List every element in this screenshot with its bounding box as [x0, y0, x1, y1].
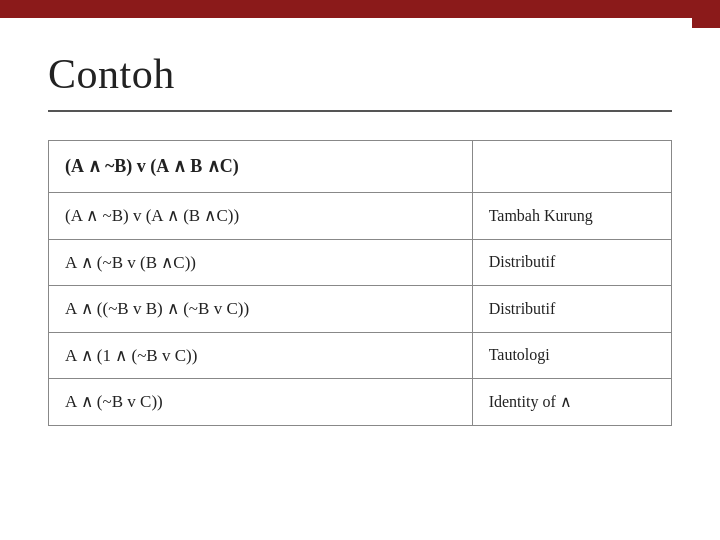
rule-cell: Distributif	[472, 286, 671, 333]
rule-cell: Tambah Kurung	[472, 193, 671, 240]
page-title: Contoh	[48, 50, 672, 98]
expression-cell: A ∧ (~B v (B ∧C))	[49, 239, 473, 286]
title-divider	[48, 110, 672, 112]
top-bar	[0, 0, 720, 18]
table-row: (A ∧ ~B) v (A ∧ (B ∧C))Tambah Kurung	[49, 193, 672, 240]
table-row: A ∧ (1 ∧ (~B v C))Tautologi	[49, 332, 672, 379]
rule-cell: Tautologi	[472, 332, 671, 379]
table-row: (A ∧ ~B) v (A ∧ B ∧C)	[49, 141, 672, 193]
expression-cell: A ∧ (1 ∧ (~B v C))	[49, 332, 473, 379]
expression-cell: (A ∧ ~B) v (A ∧ (B ∧C))	[49, 193, 473, 240]
rule-cell: Identity of ∧	[472, 379, 671, 426]
rule-cell: Distributif	[472, 239, 671, 286]
table-row: A ∧ ((~B v B) ∧ (~B v C))Distributif	[49, 286, 672, 333]
expression-cell: (A ∧ ~B) v (A ∧ B ∧C)	[49, 141, 473, 193]
table-row: A ∧ (~B v (B ∧C))Distributif	[49, 239, 672, 286]
expression-cell: A ∧ (~B v C))	[49, 379, 473, 426]
logic-table: (A ∧ ~B) v (A ∧ B ∧C)(A ∧ ~B) v (A ∧ (B …	[48, 140, 672, 426]
main-content: Contoh (A ∧ ~B) v (A ∧ B ∧C)(A ∧ ~B) v (…	[0, 18, 720, 540]
rule-cell	[472, 141, 671, 193]
expression-cell: A ∧ ((~B v B) ∧ (~B v C))	[49, 286, 473, 333]
table-row: A ∧ (~B v C))Identity of ∧	[49, 379, 672, 426]
